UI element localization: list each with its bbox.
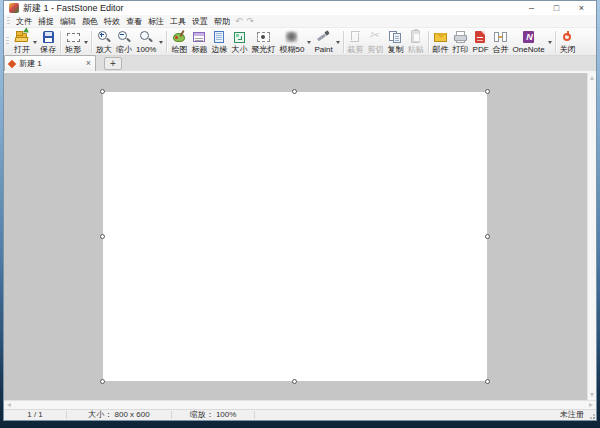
caption-button[interactable]: 标题 [189,29,209,55]
resize-handle-bottom-middle[interactable] [292,379,297,384]
app-icon [9,3,19,13]
zoom-out-label: 缩小 [116,45,132,54]
close-file-button[interactable]: 关闭 [558,29,578,55]
edge-page-icon [212,30,227,44]
open-button[interactable]: 打开 [12,29,38,55]
save-button[interactable]: 保存 [38,29,58,55]
save-button-label: 保存 [40,45,56,54]
scroll-up-arrow-icon[interactable] [590,76,594,80]
resize-handle-top-left[interactable] [100,89,105,94]
zoom-in-label: 放大 [96,45,112,54]
size-indicator: 大小： 800 x 600 [67,410,171,420]
menu-capture[interactable]: 捕捉 [35,15,57,28]
tab-new-1[interactable]: 新建 1 × [4,55,96,71]
toolbar-grip[interactable] [6,37,9,46]
resize-handle-top-middle[interactable] [292,89,297,94]
image-canvas[interactable] [103,92,487,381]
redo-icon[interactable]: ↷ [245,15,257,27]
canvas-workspace[interactable] [4,73,587,400]
tab-close-icon[interactable]: × [86,59,91,68]
paint-button[interactable]: Paint [312,29,340,55]
print-button[interactable]: 打印 [451,29,471,55]
menu-effects[interactable]: 特效 [101,15,123,28]
rectangle-select-icon [66,30,81,44]
menubar-grip[interactable] [7,17,10,26]
zoom-100-label: 100% [136,45,156,54]
scroll-right-arrow-icon[interactable] [589,403,593,407]
maximize-button[interactable]: □ [544,1,569,15]
printer-icon [453,30,468,44]
spotlight-label: 聚光灯 [251,45,275,54]
join-pages-icon [493,30,508,44]
status-bar: 1 / 1 大小： 800 x 600 缩放： 100% 未注册 [4,409,596,420]
minimize-button[interactable]: – [519,1,544,15]
onenote-button[interactable]: OneNote [511,29,553,55]
crop-label: 裁剪 [348,45,364,54]
onenote-icon [521,30,536,44]
menu-edit[interactable]: 编辑 [57,15,79,28]
resize-handle-middle-right[interactable] [485,234,490,239]
paintbrush-icon [316,30,331,44]
title-bar: 新建 1 - FastStone Editor – □ × [4,1,596,15]
clipboard-paste-icon [408,30,423,44]
resize-button[interactable]: 大小 [229,29,249,55]
scissors-icon [368,30,383,44]
menu-file[interactable]: 文件 [13,15,35,28]
menu-view[interactable]: 查看 [123,15,145,28]
tab-bar: 新建 1 × + [4,56,596,73]
scroll-left-arrow-icon[interactable] [7,403,11,407]
caption-label: 标题 [191,45,207,54]
palette-draw-icon [172,30,187,44]
pdf-button[interactable]: PDF [471,29,491,55]
close-window-button[interactable]: × [569,1,594,15]
draw-button[interactable]: 绘图 [169,29,189,55]
new-tab-button[interactable]: + [104,57,122,70]
app-window: 新建 1 - FastStone Editor – □ × 文件 捕捉 编辑 颜… [3,0,597,421]
zoom-100-button[interactable]: 100% [134,29,164,55]
print-label: 打印 [453,45,469,54]
zoom-out-button[interactable]: 缩小 [114,29,134,55]
open-button-label: 打开 [14,45,30,54]
menu-tools[interactable]: 工具 [167,15,189,28]
menu-settings[interactable]: 设置 [189,15,211,28]
join-button[interactable]: 合并 [491,29,511,55]
magnifier-plus-icon [97,30,112,44]
join-label: 合并 [493,45,509,54]
rect-select-label: 矩形 [65,45,81,54]
resize-handle-bottom-right[interactable] [485,379,490,384]
horizontal-scrollbar[interactable] [4,400,596,409]
resize-handle-bottom-left[interactable] [100,379,105,384]
scroll-down-arrow-icon[interactable] [590,393,594,397]
dropdown-arrow-icon [307,41,311,44]
menu-colors[interactable]: 颜色 [79,15,101,28]
vertical-scrollbar[interactable] [587,73,596,400]
edge-button[interactable]: 边缘 [209,29,229,55]
dropdown-arrow-icon [548,41,552,44]
email-button[interactable]: 邮件 [431,29,451,55]
menu-help[interactable]: 帮助 [211,15,233,28]
resize-label: 大小 [231,45,247,54]
resize-handle-middle-left[interactable] [100,234,105,239]
cut-button: 剪切 [366,29,386,55]
draw-label: 绘图 [171,45,187,54]
edge-label: 边缘 [211,45,227,54]
rect-select-button[interactable]: 矩形 [63,29,89,55]
copy-label: 复制 [388,45,404,54]
blur-button[interactable]: 模糊50 [277,29,312,55]
undo-icon[interactable]: ↶ [233,15,245,27]
paste-label: 粘贴 [408,45,424,54]
cut-label: 剪切 [368,45,384,54]
zoom-indicator: 缩放： 100% [172,410,254,420]
copy-button[interactable]: 复制 [386,29,406,55]
dropdown-arrow-icon [84,41,88,44]
magnifier-minus-icon [117,30,132,44]
floppy-save-icon [41,30,56,44]
toolbar-separator [60,31,61,53]
zoom-in-button[interactable]: 放大 [94,29,114,55]
paint-label: Paint [314,45,332,54]
copy-pages-icon [388,30,403,44]
menu-annotate[interactable]: 标注 [145,15,167,28]
resize-grip[interactable] [587,411,596,420]
resize-handle-top-right[interactable] [485,89,490,94]
spotlight-button[interactable]: 聚光灯 [249,29,277,55]
